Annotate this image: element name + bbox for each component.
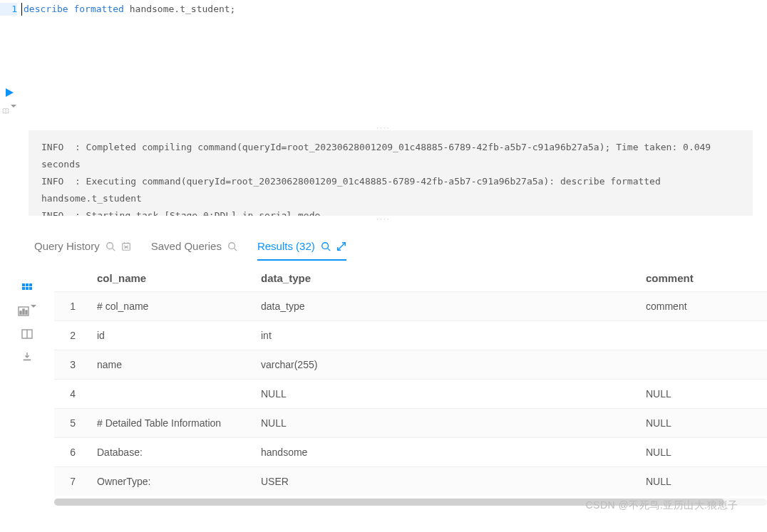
columns-icon[interactable] — [18, 328, 36, 340]
run-query-icon[interactable] — [2, 85, 16, 100]
svg-rect-17 — [22, 287, 25, 290]
cell-comment: NULL — [637, 380, 767, 409]
cell-comment: NULL — [637, 467, 767, 496]
cell-data-type: NULL — [252, 409, 637, 438]
cell-comment — [637, 350, 767, 380]
svg-line-12 — [341, 242, 345, 246]
svg-rect-14 — [22, 283, 25, 286]
row-index: 3 — [54, 350, 88, 380]
svg-point-1 — [106, 242, 113, 249]
editor-cursor — [21, 3, 22, 16]
calendar-clear-icon[interactable] — [121, 241, 131, 251]
cell-col-name: OwnerType: — [88, 467, 252, 496]
cell-data-type: handsome — [252, 438, 637, 467]
table-row[interactable]: 4NULLNULL — [54, 380, 767, 409]
cell-data-type: USER — [252, 467, 637, 496]
results-side-rail — [0, 265, 54, 506]
table-row[interactable]: 1# col_namedata_typecomment — [54, 292, 767, 321]
svg-rect-26 — [24, 360, 31, 361]
tab-results[interactable]: Results (32) — [257, 236, 346, 261]
log-panel[interactable]: INFO : Completed compiling command(query… — [29, 130, 753, 216]
horizontal-scrollbar[interactable] — [54, 499, 767, 506]
cell-data-type: data_type — [252, 292, 637, 321]
cell-data-type: NULL — [252, 380, 637, 409]
tab-saved-queries[interactable]: Saved Queries — [151, 236, 237, 261]
row-index: 7 — [54, 467, 88, 496]
code-rest: handsome.t_student; — [124, 3, 236, 16]
svg-rect-18 — [26, 287, 29, 290]
chart-view-icon[interactable] — [18, 305, 36, 318]
table-header-row: col_name data_type comment — [54, 265, 767, 292]
cell-data-type: varchar(255) — [252, 350, 637, 380]
svg-rect-19 — [29, 287, 32, 290]
row-index: 1 — [54, 292, 88, 321]
table-row[interactable]: 7OwnerType:USERNULL — [54, 467, 767, 496]
svg-rect-21 — [20, 311, 21, 314]
horizontal-splitter-2[interactable]: ···· — [0, 216, 767, 221]
row-index: 2 — [54, 321, 88, 350]
svg-line-2 — [112, 248, 115, 251]
results-panel: col_name data_type comment 1# col_nameda… — [0, 265, 767, 506]
keyword-formatted: formatted — [73, 3, 123, 16]
table-row[interactable]: 5# Detailed Table InformationNULLNULL — [54, 409, 767, 438]
row-index: 5 — [54, 409, 88, 438]
cell-comment — [637, 321, 767, 350]
table-row[interactable]: 6Database:handsomeNULL — [54, 438, 767, 467]
cell-col-name: Database: — [88, 438, 252, 467]
svg-rect-23 — [26, 311, 27, 314]
cell-col-name: id — [88, 321, 252, 350]
editor-left-rail — [0, 85, 19, 118]
tab-label: Results (32) — [257, 240, 315, 252]
scrollbar-thumb[interactable] — [54, 499, 724, 506]
search-icon[interactable] — [105, 241, 115, 251]
sql-editor[interactable]: 1 describe formatted handsome.t_student; — [0, 0, 767, 125]
header-col-name[interactable]: col_name — [88, 265, 252, 292]
results-table[interactable]: col_name data_type comment 1# col_nameda… — [54, 265, 767, 496]
cell-col-name: # col_name — [88, 292, 252, 321]
cell-comment: NULL — [637, 438, 767, 467]
cell-comment: NULL — [637, 409, 767, 438]
svg-line-11 — [327, 248, 330, 251]
chevron-down-icon — [9, 105, 16, 117]
search-icon[interactable] — [321, 241, 331, 251]
search-icon[interactable] — [227, 241, 237, 251]
cell-col-name: # Detailed Table Information — [88, 409, 252, 438]
expand-icon[interactable] — [336, 241, 346, 251]
svg-marker-0 — [6, 88, 14, 97]
code-line-1[interactable]: describe formatted handsome.t_student; — [21, 3, 235, 16]
line-number: 1 — [0, 3, 17, 16]
gutter: 1 — [0, 3, 21, 16]
tab-query-history[interactable]: Query History — [34, 236, 131, 261]
svg-rect-15 — [26, 283, 29, 286]
cell-data-type: int — [252, 321, 637, 350]
log-line: INFO : Starting task [Stage-0:DDL] in se… — [41, 207, 740, 216]
table-row[interactable]: 3namevarchar(255) — [54, 350, 767, 380]
chevron-down-icon — [29, 306, 36, 317]
cell-col-name — [88, 380, 252, 409]
keyword-describe: describe — [24, 3, 68, 16]
cell-comment: comment — [637, 292, 767, 321]
svg-point-10 — [322, 242, 329, 249]
grid-view-icon[interactable] — [18, 282, 36, 295]
results-tabs: Query History Saved Queries Results (32) — [0, 221, 767, 261]
book-icon[interactable] — [2, 104, 16, 118]
results-table-area[interactable]: col_name data_type comment 1# col_nameda… — [54, 265, 767, 506]
svg-line-13 — [338, 246, 341, 250]
svg-rect-16 — [29, 283, 32, 286]
row-index: 4 — [54, 380, 88, 409]
svg-point-8 — [229, 242, 235, 249]
log-line: INFO : Completed compiling command(query… — [41, 139, 740, 173]
header-comment[interactable]: comment — [637, 265, 767, 292]
download-icon[interactable] — [18, 350, 36, 363]
horizontal-splitter[interactable]: ···· — [0, 125, 767, 130]
tab-label: Saved Queries — [151, 240, 222, 252]
cell-col-name: name — [88, 350, 252, 380]
svg-rect-22 — [23, 309, 24, 314]
row-index: 6 — [54, 438, 88, 467]
log-line: INFO : Executing command(queryId=root_20… — [41, 173, 740, 207]
table-row[interactable]: 2idint — [54, 321, 767, 350]
svg-line-9 — [235, 248, 237, 251]
tab-label: Query History — [34, 240, 100, 252]
header-data-type[interactable]: data_type — [252, 265, 637, 292]
